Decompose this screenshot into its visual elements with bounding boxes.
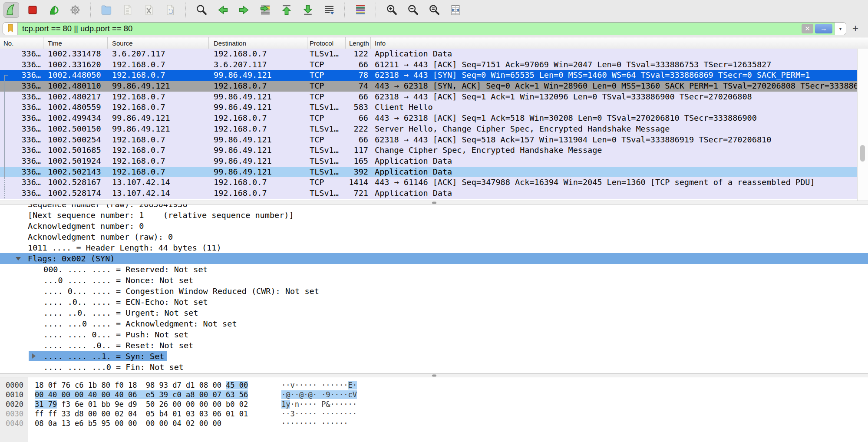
- packet-row[interactable]: 336…1002.480559192.168.0.799.86.49.121TL…: [0, 102, 858, 113]
- go-to-last-packet-button[interactable]: [300, 2, 316, 18]
- detail-line[interactable]: 000. .... .... = Reserved: Not set: [0, 264, 868, 275]
- detail-line[interactable]: [Next sequence number: 1 (relative seque…: [0, 210, 868, 221]
- packet-row[interactable]: 336…1002.480217192.168.0.799.86.49.121TC…: [0, 92, 858, 102]
- hex-ascii[interactable]: 1y·n···· P&······: [281, 399, 357, 409]
- restart-capture-button[interactable]: [46, 2, 62, 18]
- hex-bytes[interactable]: ff ff 33 d8 00 00 02 04 05 b4 01 03 03 0…: [35, 409, 248, 419]
- packet-row[interactable]: 336…1002.502143192.168.0.799.86.49.121TL…: [0, 167, 858, 178]
- detail-line[interactable]: .... .... 0... = Push: Not set: [0, 329, 868, 340]
- detail-line[interactable]: Flags: 0x002 (SYN): [0, 253, 868, 264]
- pane-splitter-top[interactable]: [0, 201, 868, 205]
- scrollbar-thumb[interactable]: [860, 145, 865, 162]
- detail-line[interactable]: .... .... .0.. = Reset: Not set: [0, 340, 868, 351]
- detail-line[interactable]: .... .0.. .... = ECN-Echo: Not set: [0, 297, 868, 307]
- filter-bar: tcp.port == 80 || udp.port == 80 ✕ → ▾ +: [0, 20, 868, 37]
- packet-cell-info: 443 → 62318 [SYN, ACK] Seq=0 Ack=1 Win=2…: [371, 81, 858, 92]
- hex-bytes[interactable]: 08 0a 13 e6 b5 95 00 00 00 00 04 02 00 0…: [35, 419, 221, 428]
- detail-line[interactable]: 1011 .... = Header Length: 44 bytes (11): [0, 242, 868, 253]
- packet-row[interactable]: 336…1002.448050192.168.0.799.86.49.121TC…: [0, 70, 858, 81]
- packet-list-scrollbar[interactable]: [857, 49, 868, 201]
- detail-line[interactable]: ...0 .... .... = Nonce: Not set: [0, 275, 868, 286]
- filter-dropdown-button[interactable]: ▾: [835, 23, 846, 35]
- detail-text: ...0 .... .... = Nonce: Not set: [43, 276, 193, 285]
- detail-line[interactable]: .... .... ...0 = Fin: Not set: [0, 362, 868, 373]
- detail-line[interactable]: Acknowledgment number (raw): 0: [0, 231, 868, 242]
- packet-row[interactable]: 336…1002.500254192.168.0.799.86.49.121TC…: [0, 135, 858, 145]
- hex-bytes[interactable]: 00 40 00 00 40 00 40 06 e5 39 c0 a8 00 0…: [35, 390, 248, 399]
- find-packet-button[interactable]: [194, 2, 209, 18]
- hex-rows: 000018 0f 76 c6 1b 80 f0 18 98 93 d7 d1 …: [0, 380, 868, 428]
- collapse-expander-icon[interactable]: [16, 257, 21, 261]
- capture-options-button[interactable]: [67, 2, 83, 18]
- hex-bytes[interactable]: 18 0f 76 c6 1b 80 f0 18 98 93 d7 d1 08 0…: [35, 380, 248, 390]
- packet-cell-info: Client Hello: [371, 102, 858, 113]
- detail-line[interactable]: .... ..0. .... = Urgent: Not set: [0, 307, 868, 318]
- packet-cell-len: 165: [346, 156, 371, 167]
- go-forward-button[interactable]: [236, 2, 252, 18]
- pane-splitter-bottom[interactable]: [0, 373, 868, 377]
- detail-line[interactable]: .... 0... .... = Congestion Window Reduc…: [0, 286, 868, 297]
- hex-ascii[interactable]: ··v····· ······E·: [281, 380, 357, 390]
- zoom-in-button[interactable]: [384, 2, 399, 18]
- go-to-packet-button[interactable]: [257, 2, 273, 18]
- column-header-length[interactable]: Length: [346, 37, 371, 49]
- open-capture-file-button[interactable]: [99, 2, 114, 18]
- packet-row[interactable]: 336…1002.50015099.86.49.121192.168.0.7TL…: [0, 124, 858, 135]
- hex-row[interactable]: 000018 0f 76 c6 1b 80 f0 18 98 93 d7 d1 …: [0, 380, 868, 390]
- resize-columns-button[interactable]: [448, 2, 463, 18]
- zoom-original-button[interactable]: [426, 2, 442, 18]
- column-header-destination[interactable]: Destination: [209, 37, 307, 49]
- display-filter-input[interactable]: tcp.port == 80 || udp.port == 80: [18, 23, 799, 35]
- packet-cell-time: 1002.480559: [43, 102, 108, 113]
- hex-ascii[interactable]: ··3····· ········: [281, 409, 357, 419]
- packet-cell-len: 392: [346, 167, 371, 178]
- packet-row[interactable]: 336…1002.501924192.168.0.799.86.49.121TL…: [0, 156, 858, 167]
- packet-row[interactable]: 336…1002.3314783.6.207.117192.168.0.7TLS…: [0, 49, 858, 59]
- clear-filter-button[interactable]: ✕: [802, 24, 813, 33]
- go-to-first-packet-button[interactable]: [279, 2, 294, 18]
- column-header-protocol[interactable]: Protocol: [307, 37, 346, 49]
- hex-ascii[interactable]: ········ ······: [281, 419, 348, 428]
- go-back-button[interactable]: [215, 2, 231, 18]
- add-filter-button[interactable]: +: [849, 22, 862, 34]
- start-capture-button[interactable]: [3, 2, 19, 18]
- detail-text: .... .0.. .... = ECN-Echo: Not set: [43, 297, 208, 307]
- detail-line[interactable]: .... ...0 .... = Acknowledgment: Not set: [0, 318, 868, 329]
- display-filter-field[interactable]: tcp.port == 80 || udp.port == 80 ✕ → ▾: [3, 22, 846, 35]
- hex-row[interactable]: 001000 40 00 00 40 00 40 06 e5 39 c0 a8 …: [0, 390, 868, 399]
- stop-capture-button[interactable]: [25, 2, 40, 18]
- colorize-packets-button[interactable]: [353, 2, 368, 18]
- hex-byte-run: ff ff 33 d8 00 00 02 04 05 b4 01 03 03 0…: [35, 409, 248, 418]
- auto-scroll-button[interactable]: [321, 2, 337, 18]
- hex-bytes[interactable]: 31 79 f3 6e 01 bb 9e d9 50 26 00 00 00 0…: [35, 399, 248, 409]
- detail-text: [Next sequence number: 1 (relative seque…: [28, 211, 294, 220]
- detail-line[interactable]: Acknowledgment number: 0: [0, 221, 868, 231]
- packet-row[interactable]: 336…1002.331620192.168.0.73.6.207.117TCP…: [0, 59, 858, 70]
- reload-capture-file-button[interactable]: [162, 2, 178, 18]
- packet-cell-no: 336…: [0, 49, 43, 59]
- detail-line[interactable]: Sequence number (raw): 2065041936: [0, 205, 868, 210]
- column-header-source[interactable]: Source: [108, 37, 209, 49]
- packet-row[interactable]: 336…1002.52817413.107.42.14192.168.0.7TL…: [0, 188, 858, 199]
- hex-row[interactable]: 004008 0a 13 e6 b5 95 00 00 00 00 04 02 …: [0, 419, 868, 428]
- save-capture-file-button[interactable]: [120, 2, 135, 18]
- hex-row[interactable]: 0030ff ff 33 d8 00 00 02 04 05 b4 01 03 …: [0, 409, 868, 419]
- expand-expander-icon[interactable]: [32, 353, 36, 359]
- detail-text: .... .... 0... = Push: Not set: [43, 330, 188, 339]
- column-header-no[interactable]: No.: [0, 37, 43, 49]
- detail-line[interactable]: .... .... ..1. = Syn: Set: [0, 351, 868, 362]
- packet-row[interactable]: 336…1002.48011099.86.49.121192.168.0.7TC…: [0, 81, 858, 92]
- close-capture-file-button[interactable]: [141, 2, 157, 18]
- filter-bookmark-button[interactable]: [3, 23, 18, 35]
- packet-cell-len: 66: [346, 92, 371, 102]
- column-header-time[interactable]: Time: [43, 37, 108, 49]
- packet-row[interactable]: 336…1002.501685192.168.0.799.86.49.121TL…: [0, 145, 858, 156]
- column-header-info[interactable]: Info: [371, 37, 868, 49]
- apply-filter-button[interactable]: →: [815, 24, 832, 33]
- packet-cell-proto: TCP: [307, 81, 346, 92]
- packet-row[interactable]: 336…1002.52816713.107.42.14192.168.0.7TC…: [0, 177, 858, 188]
- packet-row[interactable]: 336…1002.49943499.86.49.121192.168.0.7TC…: [0, 113, 858, 124]
- hex-ascii[interactable]: ·@··@·@· ·9····cV: [281, 390, 357, 399]
- hex-row[interactable]: 002031 79 f3 6e 01 bb 9e d9 50 26 00 00 …: [0, 399, 868, 409]
- zoom-out-button[interactable]: [405, 2, 421, 18]
